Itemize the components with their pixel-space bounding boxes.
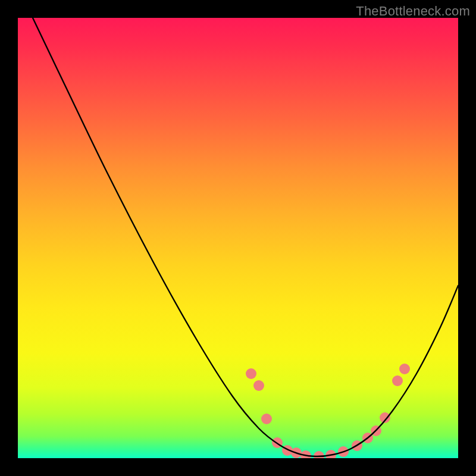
- plot-svg: [18, 18, 458, 458]
- scatter-point: [246, 368, 256, 379]
- scatter-point: [399, 364, 410, 374]
- plot-frame: [18, 18, 458, 458]
- watermark-text: TheBottleneck.com: [356, 4, 470, 19]
- scatter-point: [253, 380, 264, 391]
- scatter-point: [392, 375, 403, 386]
- scatter-markers: [246, 364, 410, 458]
- scatter-point: [261, 414, 272, 424]
- bottleneck-curve: [33, 18, 458, 456]
